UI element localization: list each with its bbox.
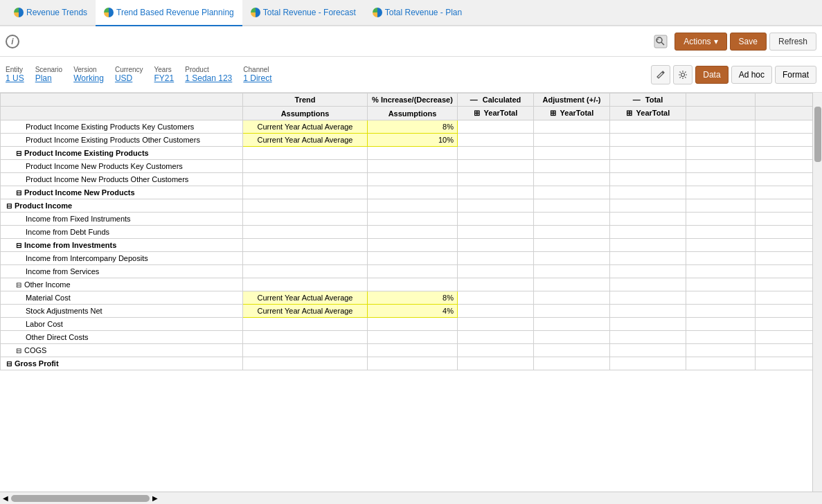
filter-years[interactable]: Years FY21 <box>154 66 175 83</box>
row-total-cell[interactable] <box>610 344 686 357</box>
row-total-cell[interactable] <box>610 213 686 226</box>
row-total-cell[interactable] <box>610 331 686 344</box>
row-pct-cell[interactable] <box>368 173 458 186</box>
expand-row-icon[interactable]: ⊟ <box>6 360 12 368</box>
row-trend-cell[interactable] <box>243 265 368 278</box>
row-adj-cell[interactable] <box>534 186 610 199</box>
row-total-cell[interactable] <box>610 265 686 278</box>
row-total-cell[interactable] <box>610 226 686 239</box>
row-adj-cell[interactable] <box>534 120 610 134</box>
row-trend-cell[interactable] <box>243 318 368 331</box>
row-total-cell[interactable] <box>610 252 686 265</box>
filter-scenario[interactable]: Scenario Plan <box>35 66 62 83</box>
row-calc-cell[interactable] <box>458 134 534 147</box>
row-calc-cell[interactable] <box>458 226 534 239</box>
row-adj-cell[interactable] <box>534 199 610 213</box>
actions-button[interactable]: Actions ▾ <box>674 33 726 51</box>
row-calc-cell[interactable] <box>458 318 534 331</box>
expand-total-icon[interactable]: ⊞ <box>626 109 632 117</box>
row-calc-cell[interactable] <box>458 199 534 213</box>
row-pct-cell[interactable] <box>368 318 458 331</box>
row-trend-cell[interactable] <box>243 147 368 160</box>
row-total-cell[interactable] <box>610 120 686 134</box>
horizontal-scroll-thumb[interactable] <box>11 495 150 502</box>
row-calc-cell[interactable] <box>458 344 534 357</box>
row-pct-cell[interactable] <box>368 331 458 344</box>
row-pct-cell[interactable] <box>368 186 458 199</box>
row-trend-cell[interactable] <box>243 160 368 173</box>
row-trend-cell[interactable] <box>243 252 368 265</box>
row-adj-cell[interactable] <box>534 305 610 318</box>
refresh-button[interactable]: Refresh <box>769 33 816 51</box>
row-calc-cell[interactable] <box>458 291 534 305</box>
row-adj-cell[interactable] <box>534 331 610 344</box>
row-adj-cell[interactable] <box>534 278 610 291</box>
filter-currency[interactable]: Currency USD <box>115 66 143 83</box>
settings-icon-button[interactable] <box>673 65 693 84</box>
row-calc-cell[interactable] <box>458 213 534 226</box>
row-trend-cell[interactable] <box>243 186 368 199</box>
row-pct-cell[interactable] <box>368 278 458 291</box>
row-trend-cell[interactable]: Current Year Actual Average <box>243 120 368 134</box>
row-adj-cell[interactable] <box>534 147 610 160</box>
row-calc-cell[interactable] <box>458 265 534 278</box>
row-total-cell[interactable] <box>610 199 686 213</box>
row-total-cell[interactable] <box>610 239 686 252</box>
row-total-cell[interactable] <box>610 147 686 160</box>
vertical-scrollbar[interactable] <box>812 93 822 492</box>
row-calc-cell[interactable] <box>458 239 534 252</box>
row-trend-cell[interactable] <box>243 278 368 291</box>
row-total-cell[interactable] <box>610 186 686 199</box>
tab-total-revenue-plan[interactable]: Total Revenue - Plan <box>364 0 470 26</box>
row-calc-cell[interactable] <box>458 357 534 370</box>
row-trend-cell[interactable]: Current Year Actual Average <box>243 134 368 147</box>
row-adj-cell[interactable] <box>534 318 610 331</box>
scroll-left-icon[interactable]: ◀ <box>3 494 8 502</box>
row-pct-cell[interactable] <box>368 265 458 278</box>
row-adj-cell[interactable] <box>534 226 610 239</box>
row-adj-cell[interactable] <box>534 134 610 147</box>
row-total-cell[interactable] <box>610 357 686 370</box>
row-pct-cell[interactable] <box>368 252 458 265</box>
scroll-right-icon[interactable]: ▶ <box>152 494 158 502</box>
row-calc-cell[interactable] <box>458 186 534 199</box>
expand-row-icon[interactable]: ⊟ <box>16 189 21 197</box>
row-adj-cell[interactable] <box>534 213 610 226</box>
row-trend-cell[interactable]: Current Year Actual Average <box>243 291 368 305</box>
row-calc-cell[interactable] <box>458 160 534 173</box>
filter-entity[interactable]: Entity 1 US <box>6 66 24 83</box>
expand-row-icon[interactable]: ⊟ <box>16 150 21 157</box>
row-trend-cell[interactable] <box>243 213 368 226</box>
row-pct-cell[interactable] <box>368 357 458 370</box>
row-trend-cell[interactable] <box>243 331 368 344</box>
row-total-cell[interactable] <box>610 278 686 291</box>
save-button[interactable]: Save <box>730 33 767 51</box>
row-trend-cell[interactable] <box>243 344 368 357</box>
filter-channel[interactable]: Channel 1 Direct <box>243 66 271 83</box>
row-adj-cell[interactable] <box>534 173 610 186</box>
row-adj-cell[interactable] <box>534 160 610 173</box>
row-pct-cell[interactable] <box>368 213 458 226</box>
row-trend-cell[interactable] <box>243 199 368 213</box>
row-pct-cell[interactable]: 8% <box>368 120 458 134</box>
info-icon[interactable]: i <box>6 35 19 48</box>
row-calc-cell[interactable] <box>458 173 534 186</box>
row-calc-cell[interactable] <box>458 252 534 265</box>
row-total-cell[interactable] <box>610 318 686 331</box>
row-trend-cell[interactable]: Current Year Actual Average <box>243 305 368 318</box>
row-pct-cell[interactable] <box>368 226 458 239</box>
horizontal-scrollbar[interactable]: ◀ ▶ <box>0 492 822 504</box>
search-icon-button[interactable] <box>650 30 672 53</box>
row-total-cell[interactable] <box>610 291 686 305</box>
row-pct-cell[interactable] <box>368 160 458 173</box>
expand-row-icon[interactable]: ⊟ <box>16 347 21 354</box>
row-pct-cell[interactable]: 4% <box>368 305 458 318</box>
row-pct-cell[interactable] <box>368 344 458 357</box>
row-total-cell[interactable] <box>610 305 686 318</box>
row-total-cell[interactable] <box>610 173 686 186</box>
tab-revenue-trends[interactable]: Revenue Trends <box>6 0 96 26</box>
adhoc-tab-button[interactable]: Ad hoc <box>731 66 772 84</box>
row-calc-cell[interactable] <box>458 305 534 318</box>
format-tab-button[interactable]: Format <box>775 66 816 84</box>
row-trend-cell[interactable] <box>243 226 368 239</box>
